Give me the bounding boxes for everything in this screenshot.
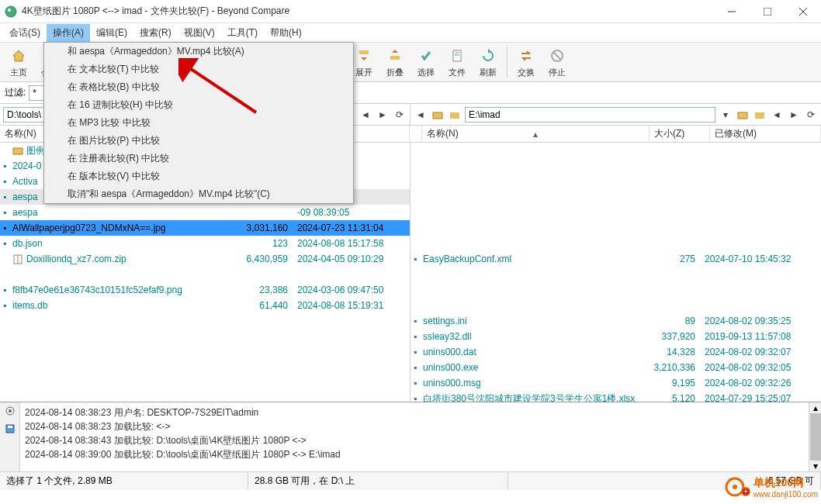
menu-tools[interactable]: 工具(T) — [221, 24, 264, 42]
stop-icon — [548, 47, 566, 65]
file-row[interactable] — [410, 143, 821, 158]
menu-help[interactable]: 帮助(H) — [264, 24, 308, 42]
svg-rect-23 — [359, 50, 369, 54]
stop-button[interactable]: 停止 — [542, 43, 573, 81]
log-line: 2024-08-14 08:38:23 加载比较: <-> — [25, 419, 816, 433]
dd-registry-compare[interactable]: 在 注册表比较(R) 中比较 — [44, 150, 353, 167]
swap-button[interactable]: 交换 — [511, 43, 542, 81]
svg-rect-33 — [450, 112, 459, 119]
file-row[interactable] — [410, 220, 821, 236]
right-browse-icon[interactable] — [431, 108, 445, 122]
file-row[interactable] — [410, 158, 821, 174]
filter-label: 过滤: — [5, 86, 26, 99]
actions-dropdown: 和 aespa《Armageddon》MV.mp4 比较(A) 在 文本比较(T… — [43, 42, 354, 204]
file-row[interactable]: ▪EasyBackupConf.xml2752024-07-10 15:45:3… — [410, 251, 821, 267]
files-button[interactable]: 文件 — [442, 43, 473, 81]
file-row[interactable] — [410, 282, 821, 298]
scroll-up-icon[interactable]: ▴ — [813, 402, 818, 413]
file-row[interactable] — [410, 298, 821, 313]
file-row[interactable]: Doxilliondq_xz7.com.zip6,430,9592024-04-… — [0, 251, 410, 267]
right-col-name[interactable]: 名称(N)▴ — [422, 126, 650, 142]
right-path-input[interactable] — [465, 107, 715, 123]
left-scroll-header — [410, 126, 422, 142]
select-button[interactable]: 选择 — [410, 43, 442, 81]
dd-version-compare[interactable]: 在 版本比较(V) 中比较 — [44, 167, 353, 185]
right-browse2-icon[interactable] — [736, 108, 750, 122]
file-row[interactable]: ▪db.json1232024-08-08 15:17:58 — [0, 236, 410, 251]
svg-rect-35 — [755, 112, 764, 119]
svg-line-29 — [553, 52, 561, 60]
right-col-modified[interactable]: 已修改(M) — [710, 126, 821, 142]
right-history-icon[interactable] — [448, 108, 462, 122]
watermark-sub: www.danji100.com — [753, 490, 818, 499]
refresh-icon — [479, 47, 497, 65]
menu-view[interactable]: 视图(V) — [178, 24, 221, 42]
refresh-button[interactable]: 刷新 — [473, 43, 504, 81]
left-back-icon[interactable]: ◄ — [359, 108, 372, 122]
svg-rect-32 — [433, 112, 442, 119]
dd-compare-with[interactable]: 和 aespa《Armageddon》MV.mp4 比较(A) — [44, 43, 353, 60]
scroll-down-icon[interactable]: ▾ — [813, 461, 818, 471]
file-row[interactable]: ▪aespa-09 08:39:05 — [0, 205, 410, 220]
svg-rect-25 — [453, 50, 461, 61]
file-row[interactable] — [410, 267, 821, 282]
statusbar: 选择了 1 个文件, 2.89 MB 28.8 GB 可用，在 D:\ 上 6.… — [0, 471, 821, 490]
dd-text-compare[interactable]: 在 文本比较(T) 中比较 — [44, 60, 353, 78]
file-row[interactable]: ▪items.db61,4402024-08-08 15:19:31 — [0, 298, 410, 313]
file-row[interactable] — [410, 174, 821, 189]
files-icon — [448, 47, 466, 65]
log-scrollbar[interactable]: ▴ ▾ — [809, 402, 821, 471]
file-row[interactable]: ▪AIWallpaperjpg0723_NDMxNA==.jpg3,031,16… — [0, 220, 410, 236]
home-icon — [9, 47, 28, 65]
right-file-pane[interactable]: ▪EasyBackupConf.xml2752024-07-10 15:45:3… — [410, 143, 821, 402]
menu-search[interactable]: 搜索(R) — [133, 24, 178, 42]
file-row[interactable]: ▪unins000.exe3,210,3362024-08-02 09:32:0… — [410, 360, 821, 375]
svg-point-0 — [5, 6, 16, 17]
dd-mp3-compare[interactable]: 在 MP3 比较 中比较 — [44, 114, 353, 132]
right-prev-icon[interactable]: ◄ — [770, 108, 784, 122]
file-row[interactable] — [410, 189, 821, 205]
right-col-size[interactable]: 大小(Z) — [650, 126, 710, 142]
svg-rect-34 — [738, 112, 747, 119]
file-row[interactable]: ▪settings.ini892024-08-02 09:35:25 — [410, 313, 821, 329]
maximize-button[interactable] — [750, 0, 785, 23]
right-dropdown-icon[interactable]: ▾ — [719, 108, 733, 122]
minimize-button[interactable] — [714, 0, 750, 23]
window-title: 4K壁纸图片 1080P <--> imad - 文件夹比较(F) - Beyo… — [22, 5, 714, 18]
menu-actions[interactable]: 操作(A) — [47, 24, 90, 42]
right-refresh-icon[interactable]: ⟳ — [804, 108, 818, 122]
svg-rect-42 — [8, 426, 12, 428]
home-button[interactable]: 主页 — [3, 43, 34, 81]
log-save-icon[interactable] — [5, 423, 16, 437]
watermark-text: 单机100网 — [753, 476, 818, 490]
dd-table-compare[interactable]: 在 表格比较(B) 中比较 — [44, 78, 353, 96]
dd-cancel-compare[interactable]: 取消"和 aespa《Armageddon》MV.mp4 比较"(C) — [44, 185, 353, 203]
close-button[interactable] — [785, 0, 821, 23]
file-row[interactable]: ▪unins000.dat14,3282024-08-02 09:32:07 — [410, 344, 821, 360]
status-disk-left: 28.8 GB 可用，在 D:\ 上 — [248, 472, 508, 490]
left-refresh-icon[interactable]: ⟳ — [393, 108, 407, 122]
collapse-button[interactable]: 折叠 — [379, 43, 410, 81]
dd-hex-compare[interactable]: 在 16 进制比较(H) 中比较 — [44, 96, 353, 114]
svg-point-40 — [9, 409, 12, 413]
file-row[interactable]: ▪白塔街380号沈阳城市建设学院3号学生公寓1楼.xlsx5,1202024-0… — [410, 391, 821, 402]
svg-point-45 — [733, 485, 737, 489]
svg-point-1 — [8, 9, 11, 12]
file-row[interactable]: ▪f8fb47e0e61e36743c10151fc52efaf9.png23,… — [0, 282, 410, 298]
log-text[interactable]: 2024-08-14 08:38:23 用户名: DESKTOP-7S29EIT… — [20, 402, 821, 471]
file-row[interactable] — [0, 267, 410, 282]
file-row[interactable] — [410, 236, 821, 251]
right-history2-icon[interactable] — [753, 108, 767, 122]
left-forward-icon[interactable]: ► — [376, 108, 390, 122]
right-back-icon[interactable]: ◄ — [414, 108, 428, 122]
sort-asc-icon: ▴ — [533, 129, 538, 140]
select-icon — [417, 47, 435, 65]
right-next-icon[interactable]: ► — [787, 108, 801, 122]
file-row[interactable]: ▪ssleay32.dll337,9202019-09-13 11:57:08 — [410, 329, 821, 344]
log-gear-icon[interactable] — [5, 406, 16, 419]
file-row[interactable]: ▪unins000.msg9,1952024-08-02 09:32:26 — [410, 375, 821, 391]
menu-edit[interactable]: 编辑(E) — [90, 24, 133, 42]
menu-session[interactable]: 会话(S) — [3, 24, 47, 42]
dd-picture-compare[interactable]: 在 图片比较(P) 中比较 — [44, 132, 353, 150]
file-row[interactable] — [410, 205, 821, 220]
